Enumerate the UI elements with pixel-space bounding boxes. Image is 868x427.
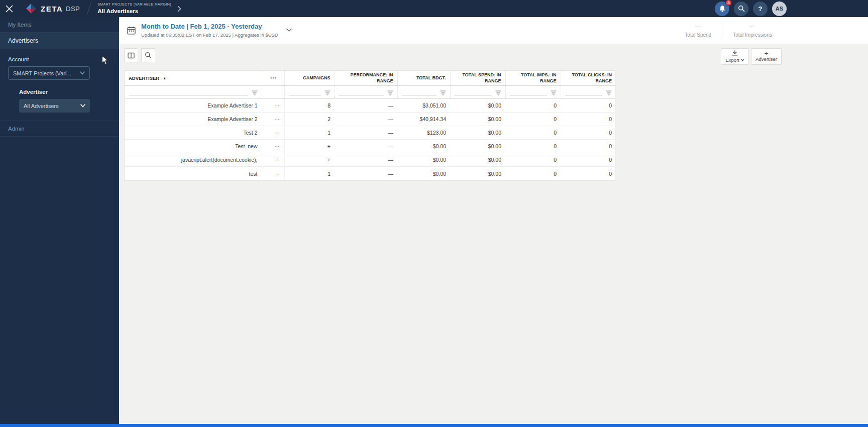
sidebar-item-my-items[interactable]: My Items	[0, 17, 119, 33]
filter-funnel-icon[interactable]	[252, 90, 258, 95]
column-campaigns[interactable]: CAMPAIGNS	[284, 71, 335, 86]
date-header-bar: Month to Date | Feb 1, 2025 - Yesterday …	[119, 17, 868, 44]
add-campaign-cell[interactable]: +	[284, 153, 335, 167]
advertiser-name-cell[interactable]: Test_new	[125, 140, 262, 153]
account-select[interactable]: SMART Projects (Vari...	[8, 66, 90, 80]
column-total-budget[interactable]: TOTAL BDGT.	[397, 71, 450, 86]
advertiser-select[interactable]: All Advertisers	[19, 99, 90, 113]
chevron-down-icon	[741, 59, 744, 61]
advertiser-filter-cell[interactable]	[125, 86, 262, 99]
imps-filter-cell[interactable]	[505, 86, 561, 99]
add-advertiser-button[interactable]: + Advertiser	[751, 48, 782, 65]
sort-asc-icon: ▲	[163, 76, 166, 80]
total-impressions-label: Total Impressions	[733, 32, 772, 38]
imps-cell: 0	[505, 153, 561, 167]
date-range-selector[interactable]: Month to Date | Feb 1, 2025 - Yesterday …	[127, 23, 292, 38]
row-options-icon[interactable]: ⋯	[262, 113, 284, 126]
advertiser-select-value: All Advertisers	[24, 103, 59, 109]
advertiser-name-cell[interactable]: javacript:alert(document.cookie);	[125, 153, 262, 167]
breadcrumb-separator	[87, 3, 91, 14]
toolbar-left-icons	[124, 48, 155, 62]
row-options-icon[interactable]: ⋯	[262, 140, 284, 153]
row-options-icon[interactable]: ⋯	[262, 99, 284, 113]
export-button[interactable]: Export	[721, 48, 749, 65]
help-glyph: ?	[758, 5, 763, 13]
breadcrumb-page: All Advertisers	[97, 8, 171, 15]
filter-input[interactable]	[339, 89, 384, 95]
campaigns-cell: 8	[284, 99, 335, 113]
advertiser-name-cell[interactable]: test	[125, 167, 262, 180]
bottom-accent-bar	[0, 424, 868, 427]
performance-cell: —	[335, 153, 397, 167]
export-label: Export	[726, 57, 739, 63]
account-label: Account	[8, 56, 111, 62]
product-name: DSP	[66, 5, 80, 13]
row-options-icon[interactable]: ⋯	[262, 167, 284, 180]
clicks-cell: 0	[561, 126, 616, 140]
table-row: Example Advertiser 2 ⋯ 2 — $40,914.34 $0…	[125, 113, 616, 126]
date-range-title: Month to Date | Feb 1, 2025 - Yesterday	[141, 23, 278, 31]
zeta-dsp-logo[interactable]: ZETA DSP	[25, 3, 80, 14]
filter-input[interactable]	[289, 89, 321, 95]
advertiser-name-cell[interactable]: Test 2	[125, 126, 262, 140]
column-options[interactable]: ⋯	[262, 71, 284, 86]
filter-funnel-icon[interactable]	[387, 90, 393, 95]
global-search-icon[interactable]	[734, 2, 748, 16]
imps-cell: 0	[505, 167, 561, 180]
column-total-clicks[interactable]: TOTAL CLICKS: IN RANGE	[561, 71, 616, 86]
advertiser-label: Advertiser	[19, 89, 111, 95]
total-impressions-stat: -- Total Impressions	[722, 23, 783, 38]
budget-cell: $0.00	[397, 140, 450, 153]
filter-input[interactable]	[510, 89, 547, 95]
close-icon[interactable]	[0, 0, 18, 17]
notifications-bell-icon[interactable]: 3	[715, 2, 729, 16]
column-total-imps[interactable]: TOTAL IMPS.: IN RANGE	[505, 71, 561, 86]
column-advertiser-label: ADVERTISER	[129, 75, 159, 81]
performance-filter-cell[interactable]	[335, 86, 397, 99]
imps-cell: 0	[505, 126, 561, 140]
filter-funnel-icon[interactable]	[495, 90, 501, 95]
left-sidebar: My Items Advertisers Account SMART Proje…	[0, 17, 119, 424]
filter-funnel-icon[interactable]	[606, 90, 612, 95]
filter-funnel-icon[interactable]	[440, 90, 446, 95]
filter-input[interactable]	[129, 89, 248, 95]
breadcrumb-chevron-right-icon[interactable]	[177, 6, 181, 12]
filter-input[interactable]	[565, 89, 603, 95]
budget-filter-cell[interactable]	[397, 86, 450, 99]
clicks-cell: 0	[561, 99, 616, 113]
campaigns-cell: 1	[284, 167, 335, 180]
table-search-icon[interactable]	[141, 48, 155, 62]
filter-funnel-icon[interactable]	[551, 90, 557, 95]
sidebar-item-admin[interactable]: Admin	[0, 121, 119, 137]
filter-row	[125, 86, 616, 99]
total-spend-value: --	[685, 23, 711, 30]
filter-input[interactable]	[402, 89, 437, 95]
campaigns-filter-cell[interactable]	[284, 86, 335, 99]
table-row: javacript:alert(document.cookie); ⋯ + — …	[125, 153, 616, 167]
filter-input[interactable]	[455, 89, 492, 95]
performance-cell: —	[335, 99, 397, 113]
column-settings-icon[interactable]	[124, 48, 138, 62]
sidebar-item-advertisers[interactable]: Advertisers	[0, 33, 119, 49]
date-chevron-down-icon[interactable]	[286, 28, 292, 32]
main-content: Month to Date | Feb 1, 2025 - Yesterday …	[119, 17, 868, 424]
row-options-icon[interactable]: ⋯	[262, 126, 284, 140]
download-icon	[732, 50, 738, 57]
advertiser-name-cell[interactable]: Example Advertiser 1	[125, 99, 262, 113]
filter-funnel-icon[interactable]	[324, 90, 331, 95]
column-advertiser[interactable]: ADVERTISER▲	[125, 71, 262, 86]
summary-stats: -- Total Spend -- Total Impressions	[674, 23, 783, 38]
brand-name: ZETA	[41, 5, 63, 13]
breadcrumb[interactable]: SMART PROJECTS (VARIABLE MARGIN) All Adv…	[97, 3, 171, 15]
help-icon[interactable]: ?	[753, 2, 768, 16]
row-options-icon[interactable]: ⋯	[262, 153, 284, 167]
spend-filter-cell[interactable]	[450, 86, 505, 99]
advertiser-name-cell[interactable]: Example Advertiser 2	[125, 113, 262, 126]
add-advertiser-label: Advertiser	[755, 56, 777, 62]
user-avatar[interactable]: AS	[772, 2, 787, 16]
clicks-filter-cell[interactable]	[561, 86, 616, 99]
column-performance[interactable]: PERFORMANCE: IN RANGE	[335, 71, 397, 86]
budget-cell: $0.00	[397, 153, 450, 167]
add-campaign-cell[interactable]: +	[284, 140, 335, 153]
column-total-spend[interactable]: TOTAL SPEND: IN RANGE	[450, 71, 505, 86]
